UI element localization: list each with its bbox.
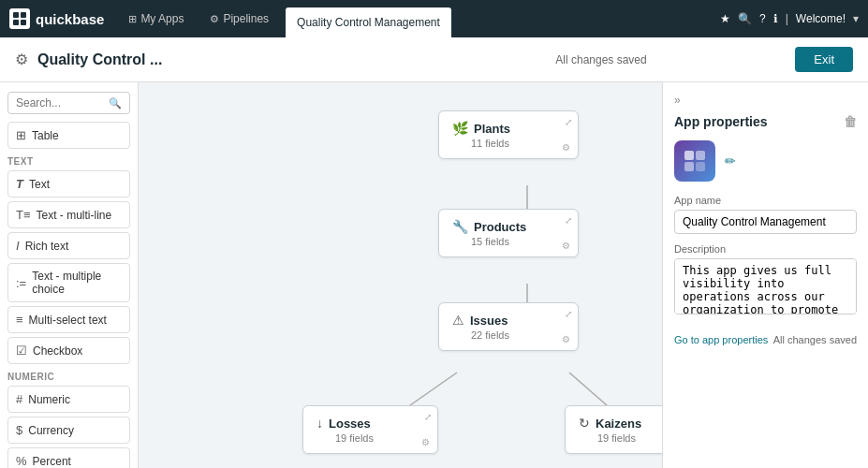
- kaizens-icon: ↻: [579, 416, 590, 431]
- logo: quickbase: [9, 8, 104, 29]
- losses-fields: 19 fields: [335, 432, 424, 444]
- expand-icon[interactable]: ⤢: [565, 309, 572, 319]
- text-icon: T: [16, 177, 23, 191]
- plants-title: Plants: [474, 122, 510, 136]
- settings-icon[interactable]: ⚙: [15, 51, 28, 68]
- losses-title: Losses: [329, 417, 371, 431]
- exit-button[interactable]: Exit: [795, 47, 853, 72]
- edit-icon[interactable]: ✏: [725, 154, 736, 168]
- section-text-label: TEXT: [7, 156, 130, 167]
- svg-rect-11: [696, 162, 705, 171]
- right-panel: » App properties 🗑 ✏ App name Descriptio…: [662, 82, 868, 468]
- losses-settings-icon[interactable]: ⚙: [421, 437, 430, 447]
- node-plants-corner: ⤢: [565, 117, 572, 127]
- node-products-header: 🔧 Products: [452, 219, 565, 234]
- nav-right: ★ 🔍 ? ℹ | Welcome! ▾: [720, 12, 859, 25]
- search-icon: 🔍: [109, 97, 122, 110]
- info-icon[interactable]: ℹ: [773, 12, 778, 25]
- node-products[interactable]: ⤢ 🔧 Products 15 fields ⚙: [438, 209, 579, 257]
- app-properties-link[interactable]: Go to app properties: [674, 334, 768, 345]
- sidebar-item-multiselect[interactable]: ≡ Multi-select text: [7, 306, 130, 333]
- text-choice-icon: :=: [16, 276, 26, 290]
- panel-toggle[interactable]: »: [674, 94, 857, 107]
- sidebar-item-text[interactable]: T Text: [7, 170, 130, 197]
- page-title: Quality Control ...: [37, 51, 407, 68]
- header-bar: ⚙ Quality Control ... All changes saved …: [0, 37, 868, 82]
- svg-rect-2: [13, 20, 19, 25]
- losses-icon: ↓: [316, 416, 323, 431]
- plants-fields: 11 fields: [471, 138, 565, 149]
- svg-line-6: [410, 373, 457, 405]
- table-icon: ⊞: [16, 128, 26, 142]
- logo-icon: [9, 8, 30, 29]
- expand-icon[interactable]: ⤢: [565, 215, 572, 226]
- left-sidebar: 🔍 ⊞ Table TEXT T Text T≡ Text - multi-li…: [0, 82, 139, 468]
- sidebar-item-text-multiline[interactable]: T≡ Text - multi-line: [7, 201, 130, 228]
- logo-text: quickbase: [36, 11, 104, 27]
- node-losses[interactable]: ⤢ ↓ Losses 19 fields ⚙: [302, 405, 438, 454]
- delete-icon[interactable]: 🗑: [844, 114, 857, 129]
- svg-rect-3: [21, 20, 26, 25]
- expand-icon[interactable]: ⤢: [565, 117, 572, 127]
- node-issues[interactable]: ⤢ ⚠ Issues 22 fields ⚙: [438, 302, 579, 351]
- panel-title-text: App properties: [674, 114, 768, 129]
- search-icon[interactable]: 🔍: [738, 12, 752, 25]
- pipelines-nav[interactable]: ⚙ Pipelines: [200, 8, 278, 29]
- app-name-label: App name: [674, 195, 857, 206]
- percent-icon: %: [16, 454, 27, 468]
- products-fields: 15 fields: [471, 236, 565, 247]
- rich-text-icon: I: [16, 239, 20, 253]
- sidebar-item-rich-text[interactable]: I Rich text: [7, 232, 130, 259]
- issues-title: Issues: [470, 314, 508, 328]
- section-numeric-label: NUMERIC: [7, 372, 130, 382]
- node-losses-corner: ⤢: [424, 412, 432, 422]
- svg-rect-1: [21, 12, 26, 18]
- sidebar-item-percent[interactable]: % Percent: [7, 447, 130, 468]
- description-textarea[interactable]: This app gives us full visibility into o…: [674, 258, 857, 314]
- app-logo[interactable]: [674, 140, 715, 182]
- app-name-input[interactable]: [674, 210, 857, 234]
- sidebar-item-currency[interactable]: $ Currency: [7, 417, 130, 444]
- node-kaizens[interactable]: ⤢ ↻ Kaizens 19 fields ⚙: [565, 405, 662, 454]
- star-icon[interactable]: ★: [720, 12, 730, 25]
- description-label: Description: [674, 243, 857, 255]
- sidebar-item-table[interactable]: ⊞ Table: [7, 122, 130, 149]
- numeric-icon: #: [16, 392, 22, 406]
- search-input[interactable]: [16, 96, 105, 110]
- products-title: Products: [474, 220, 526, 234]
- plants-settings-icon[interactable]: ⚙: [562, 142, 570, 153]
- node-issues-corner: ⤢: [565, 309, 572, 319]
- pipelines-label: Pipelines: [223, 12, 269, 25]
- sidebar-item-checkbox[interactable]: ☑ Checkbox: [7, 337, 130, 364]
- my-apps-label: My Apps: [140, 12, 184, 25]
- products-settings-icon[interactable]: ⚙: [562, 241, 570, 251]
- svg-rect-0: [13, 12, 19, 18]
- sidebar-item-text-choice[interactable]: := Text - multiple choice: [7, 263, 130, 302]
- active-tab[interactable]: Quality Control Management: [286, 7, 451, 37]
- help-icon[interactable]: ?: [759, 12, 766, 25]
- issues-settings-icon[interactable]: ⚙: [562, 334, 570, 344]
- app-icon-area: ✏: [674, 140, 857, 182]
- my-apps-nav[interactable]: ⊞ My Apps: [119, 8, 193, 29]
- expand-icon[interactable]: ⤢: [424, 412, 432, 422]
- kaizens-title: Kaizens: [596, 417, 641, 431]
- svg-rect-8: [684, 151, 694, 160]
- products-icon: 🔧: [452, 219, 468, 234]
- save-status: All changes saved: [417, 53, 787, 66]
- node-losses-header: ↓ Losses: [316, 416, 424, 431]
- search-box[interactable]: 🔍: [7, 92, 130, 114]
- checkbox-icon: ☑: [16, 344, 27, 358]
- sidebar-item-numeric[interactable]: # Numeric: [7, 386, 130, 413]
- svg-line-7: [569, 373, 607, 405]
- canvas: ⤢ 🌿 Plants 11 fields ⚙ ⤢ 🔧 Products 15 f…: [139, 82, 662, 468]
- welcome-text: Welcome!: [796, 12, 846, 25]
- kaizens-fields: 19 fields: [597, 432, 662, 444]
- node-plants[interactable]: ⤢ 🌿 Plants 11 fields ⚙: [438, 110, 579, 159]
- top-nav: quickbase ⊞ My Apps ⚙ Pipelines Quality …: [0, 0, 868, 37]
- multiselect-icon: ≡: [16, 313, 23, 327]
- text-multiline-icon: T≡: [16, 208, 31, 222]
- node-products-corner: ⤢: [565, 215, 572, 226]
- panel-footer: Go to app properties All changes saved: [674, 334, 857, 345]
- svg-rect-9: [696, 151, 705, 160]
- node-plants-header: 🌿 Plants: [452, 121, 565, 136]
